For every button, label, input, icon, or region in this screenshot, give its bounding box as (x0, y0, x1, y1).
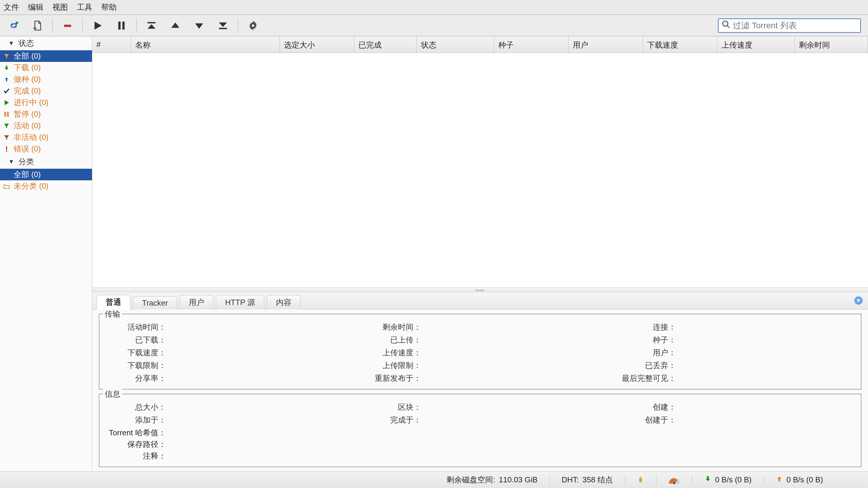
col-num[interactable]: # (92, 36, 131, 53)
svg-rect-4 (219, 28, 227, 29)
torrent-table-body[interactable] (92, 53, 868, 287)
details-tabs: 普通 Tracker 用户 HTTP 源 内容 ▼ (92, 292, 868, 310)
label-peers: 用户 (614, 348, 676, 358)
svg-point-7 (723, 21, 728, 27)
sidebar-item-label: 非活动 (0) (14, 132, 49, 142)
sidebar-item-label: 进行中 (0) (14, 97, 49, 108)
sidebar-status-all[interactable]: 全部 (0) (0, 50, 92, 62)
col-status[interactable]: 状态 (417, 36, 494, 53)
menu-file[interactable]: 文件 (4, 2, 19, 12)
svg-rect-0 (64, 25, 71, 27)
diskspace-value: 110.03 GiB (499, 475, 537, 484)
menubar: 文件 编辑 视图 工具 帮助 (0, 0, 868, 15)
sidebar-status-error[interactable]: 错误 (0) (0, 143, 92, 155)
label-connections: 连接 (614, 322, 676, 332)
label-uploaded: 已上传 (359, 335, 421, 345)
svg-rect-1 (119, 22, 121, 29)
sidebar-item-label: 做种 (0) (14, 74, 41, 85)
filter-inactive-icon (2, 134, 11, 141)
status-upload-speed[interactable]: 0 B/s (0 B) (770, 475, 859, 484)
transfer-legend: 传输 (103, 309, 122, 319)
sidebar-item-label: 下载 (0) (14, 63, 41, 73)
tab-content[interactable]: 内容 (267, 295, 301, 310)
chevron-down-icon: ▼ (8, 158, 14, 165)
label-downloaded: 已下载 (103, 335, 166, 345)
tab-tracker[interactable]: Tracker (133, 296, 177, 310)
label-uplimit: 上传限制 (359, 360, 421, 371)
sidebar-item-label: 错误 (0) (14, 144, 41, 154)
info-fieldset: 信息 总大小 区块 创建 添加于 完成于 创建于 Torrent 哈希值 保存路… (99, 394, 862, 467)
col-done[interactable]: 已完成 (354, 36, 417, 53)
expand-panel-button[interactable]: ▼ (854, 296, 863, 305)
sidebar-status-downloading[interactable]: 下载 (0) (0, 62, 92, 73)
col-seeds[interactable]: 种子 (494, 36, 568, 53)
error-icon (2, 146, 11, 152)
status-diskspace: 剩余磁盘空间: 110.03 GiB (440, 475, 543, 485)
label-savepath: 保存路径 (103, 439, 166, 450)
status-download-speed[interactable]: 0 B/s (0 B) (698, 475, 757, 484)
menu-edit[interactable]: 编辑 (28, 2, 43, 12)
svg-rect-2 (122, 22, 125, 29)
label-pieces: 区块 (359, 402, 421, 413)
menu-help[interactable]: 帮助 (101, 2, 117, 12)
col-eta[interactable]: 剩余时间 (795, 36, 868, 53)
sidebar-status-completed[interactable]: 完成 (0) (0, 85, 92, 97)
sidebar-item-label: 暂停 (0) (14, 109, 41, 119)
pause-button[interactable] (115, 19, 128, 32)
menu-view[interactable]: 视图 (52, 2, 68, 12)
search-icon (721, 20, 731, 31)
transfer-fieldset: 传输 活动时间 剩余时间 连接 已下载 已上传 种子 下载速度 上传速度 用户 … (99, 314, 862, 390)
sidebar-category-all[interactable]: 全部 (0) (0, 169, 92, 180)
add-torrent-file-button[interactable] (31, 19, 44, 32)
move-down-button[interactable] (193, 19, 206, 32)
sidebar-status-seeding[interactable]: 做种 (0) (0, 73, 92, 85)
move-bottom-button[interactable] (216, 19, 229, 32)
sidebar-header-status[interactable]: ▼ 状态 (0, 36, 92, 50)
label-hash: Torrent 哈希值 (103, 428, 166, 438)
col-peers[interactable]: 用户 (568, 36, 643, 53)
start-button[interactable] (91, 19, 104, 32)
label-addedon: 添加于 (103, 415, 166, 425)
sidebar-status-active[interactable]: 活动 (0) (0, 120, 92, 132)
col-size[interactable]: 选定大小 (280, 36, 354, 53)
sidebar-item-label: 未分类 (0) (14, 181, 49, 191)
remove-button[interactable] (61, 19, 74, 32)
col-dlspeed[interactable]: 下载速度 (643, 36, 717, 53)
sidebar-item-label: 全部 (0) (14, 51, 41, 61)
tab-peers[interactable]: 用户 (180, 295, 213, 310)
settings-button[interactable] (246, 19, 259, 32)
label-dlspeed: 下载速度 (103, 348, 166, 358)
sidebar-header-label: 分类 (19, 157, 34, 167)
move-top-button[interactable] (145, 19, 158, 32)
sidebar-status-paused[interactable]: 暂停 (0) (0, 108, 92, 120)
filter-input[interactable] (733, 21, 857, 30)
search-box[interactable] (718, 19, 861, 33)
label-wasted: 已丢弃 (614, 360, 676, 371)
svg-rect-10 (7, 111, 9, 117)
sidebar-header-label: 状态 (19, 38, 34, 48)
status-dht: DHT: 358 结点 (556, 475, 619, 485)
sidebar-status-resumed[interactable]: 进行中 (0) (0, 97, 92, 108)
label-eta: 剩余时间 (359, 322, 421, 332)
sidebar-category-uncategorized[interactable]: 未分类 (0) (0, 180, 92, 192)
play-icon (2, 99, 11, 106)
tab-http[interactable]: HTTP 源 (216, 295, 264, 310)
download-speed-value: 0 B/s (0 B) (715, 475, 752, 484)
col-name[interactable]: 名称 (131, 36, 280, 53)
menu-tools[interactable]: 工具 (77, 2, 92, 12)
status-firewall-icon[interactable] (631, 476, 650, 484)
dht-label: DHT: (562, 475, 579, 484)
torrent-table-header: # 名称 选定大小 已完成 状态 种子 用户 下载速度 上传速度 剩余时间 (92, 36, 868, 53)
chevron-down-icon: ▼ (8, 40, 14, 47)
sidebar-status-inactive[interactable]: 非活动 (0) (0, 132, 92, 143)
sidebar-header-category[interactable]: ▼ 分类 (0, 155, 92, 169)
right-pane: # 名称 选定大小 已完成 状态 种子 用户 下载速度 上传速度 剩余时间 ••… (92, 36, 868, 471)
tab-general[interactable]: 普通 (96, 295, 130, 310)
status-speed-icon[interactable] (662, 476, 686, 484)
add-link-button[interactable] (7, 19, 20, 32)
main-area: ▼ 状态 全部 (0) 下载 (0) 做种 (0) 完成 (0) 进行中 (0)… (0, 36, 868, 471)
splitter[interactable]: •••• (92, 287, 868, 292)
move-up-button[interactable] (169, 19, 182, 32)
info-legend: 信息 (103, 389, 122, 399)
col-upspeed[interactable]: 上传速度 (717, 36, 795, 53)
